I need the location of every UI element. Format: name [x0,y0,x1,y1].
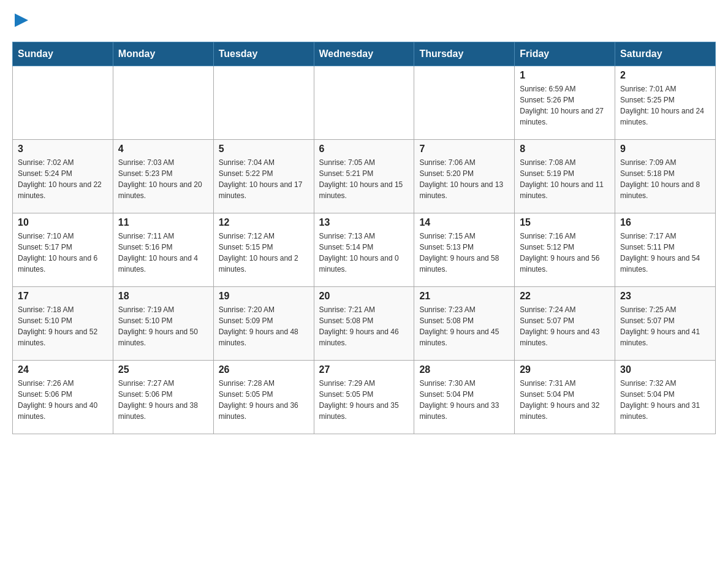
day-number: 23 [620,291,710,302]
day-info: Sunrise: 7:09 AMSunset: 5:18 PMDaylight:… [620,157,710,201]
day-number: 29 [520,364,610,375]
calendar-cell: 30Sunrise: 7:32 AMSunset: 5:04 PMDayligh… [615,361,716,434]
day-info: Sunrise: 7:11 AMSunset: 5:16 PMDaylight:… [118,231,208,275]
day-info: Sunrise: 7:21 AMSunset: 5:08 PMDaylight:… [319,304,409,348]
calendar-cell [13,66,113,140]
day-info: Sunrise: 7:27 AMSunset: 5:06 PMDaylight:… [118,378,208,422]
day-number: 9 [620,144,710,155]
day-info: Sunrise: 7:23 AMSunset: 5:08 PMDaylight:… [419,304,509,348]
weekday-header: Sunday [13,42,113,66]
day-info: Sunrise: 7:02 AMSunset: 5:24 PMDaylight:… [18,157,108,201]
logo [12,12,28,29]
day-number: 7 [419,144,509,155]
day-info: Sunrise: 6:59 AMSunset: 5:26 PMDaylight:… [520,83,610,128]
day-info: Sunrise: 7:30 AMSunset: 5:04 PMDaylight:… [419,378,509,422]
calendar-cell [414,66,515,140]
day-number: 28 [419,364,509,375]
day-info: Sunrise: 7:15 AMSunset: 5:13 PMDaylight:… [419,231,509,275]
day-number: 26 [219,364,309,375]
day-info: Sunrise: 7:31 AMSunset: 5:04 PMDaylight:… [520,378,610,422]
day-info: Sunrise: 7:19 AMSunset: 5:10 PMDaylight:… [118,304,208,348]
day-info: Sunrise: 7:13 AMSunset: 5:14 PMDaylight:… [319,231,409,275]
calendar-cell [213,66,314,140]
calendar-cell: 22Sunrise: 7:24 AMSunset: 5:07 PMDayligh… [515,287,615,361]
calendar-week-row: 1Sunrise: 6:59 AMSunset: 5:26 PMDaylight… [13,66,716,140]
calendar-cell: 29Sunrise: 7:31 AMSunset: 5:04 PMDayligh… [515,361,615,434]
day-info: Sunrise: 7:10 AMSunset: 5:17 PMDaylight:… [18,231,108,275]
day-info: Sunrise: 7:32 AMSunset: 5:04 PMDaylight:… [620,378,710,422]
calendar-cell: 4Sunrise: 7:03 AMSunset: 5:23 PMDaylight… [113,140,213,213]
calendar-cell: 28Sunrise: 7:30 AMSunset: 5:04 PMDayligh… [414,361,515,434]
calendar-cell: 24Sunrise: 7:26 AMSunset: 5:06 PMDayligh… [13,361,113,434]
page-header [12,12,716,29]
calendar-cell [314,66,414,140]
day-number: 19 [219,291,309,302]
day-number: 30 [620,364,710,375]
day-info: Sunrise: 7:12 AMSunset: 5:15 PMDaylight:… [219,231,309,275]
day-number: 11 [118,217,208,228]
calendar-cell: 11Sunrise: 7:11 AMSunset: 5:16 PMDayligh… [113,213,213,287]
calendar-cell: 8Sunrise: 7:08 AMSunset: 5:19 PMDaylight… [515,140,615,213]
calendar-week-row: 17Sunrise: 7:18 AMSunset: 5:10 PMDayligh… [13,287,716,361]
day-info: Sunrise: 7:08 AMSunset: 5:19 PMDaylight:… [520,157,610,201]
day-number: 13 [319,217,409,228]
calendar-cell: 21Sunrise: 7:23 AMSunset: 5:08 PMDayligh… [414,287,515,361]
calendar-cell: 25Sunrise: 7:27 AMSunset: 5:06 PMDayligh… [113,361,213,434]
day-number: 14 [419,217,509,228]
calendar-week-row: 10Sunrise: 7:10 AMSunset: 5:17 PMDayligh… [13,213,716,287]
day-info: Sunrise: 7:25 AMSunset: 5:07 PMDaylight:… [620,304,710,348]
calendar-cell: 19Sunrise: 7:20 AMSunset: 5:09 PMDayligh… [213,287,314,361]
day-number: 25 [118,364,208,375]
day-number: 24 [18,364,108,375]
day-info: Sunrise: 7:17 AMSunset: 5:11 PMDaylight:… [620,231,710,275]
day-number: 21 [419,291,509,302]
calendar-table: SundayMondayTuesdayWednesdayThursdayFrid… [12,42,716,434]
day-info: Sunrise: 7:05 AMSunset: 5:21 PMDaylight:… [319,157,409,201]
day-number: 4 [118,144,208,155]
calendar-cell: 16Sunrise: 7:17 AMSunset: 5:11 PMDayligh… [615,213,716,287]
day-number: 17 [18,291,108,302]
calendar-cell: 20Sunrise: 7:21 AMSunset: 5:08 PMDayligh… [314,287,414,361]
day-info: Sunrise: 7:01 AMSunset: 5:25 PMDaylight:… [620,83,710,128]
logo-arrow-icon [15,13,28,27]
day-info: Sunrise: 7:28 AMSunset: 5:05 PMDaylight:… [219,378,309,422]
calendar-cell: 17Sunrise: 7:18 AMSunset: 5:10 PMDayligh… [13,287,113,361]
day-info: Sunrise: 7:16 AMSunset: 5:12 PMDaylight:… [520,231,610,275]
calendar-cell: 2Sunrise: 7:01 AMSunset: 5:25 PMDaylight… [615,66,716,140]
day-number: 3 [18,144,108,155]
calendar-cell: 10Sunrise: 7:10 AMSunset: 5:17 PMDayligh… [13,213,113,287]
weekday-header: Friday [515,42,615,66]
calendar-cell: 6Sunrise: 7:05 AMSunset: 5:21 PMDaylight… [314,140,414,213]
day-info: Sunrise: 7:29 AMSunset: 5:05 PMDaylight:… [319,378,409,422]
day-info: Sunrise: 7:24 AMSunset: 5:07 PMDaylight:… [520,304,610,348]
day-number: 1 [520,70,610,81]
calendar-cell: 9Sunrise: 7:09 AMSunset: 5:18 PMDaylight… [615,140,716,213]
calendar-cell: 15Sunrise: 7:16 AMSunset: 5:12 PMDayligh… [515,213,615,287]
weekday-header: Saturday [615,42,716,66]
calendar-cell: 14Sunrise: 7:15 AMSunset: 5:13 PMDayligh… [414,213,515,287]
calendar-cell: 1Sunrise: 6:59 AMSunset: 5:26 PMDaylight… [515,66,615,140]
calendar-cell: 3Sunrise: 7:02 AMSunset: 5:24 PMDaylight… [13,140,113,213]
day-number: 15 [520,217,610,228]
calendar-cell: 18Sunrise: 7:19 AMSunset: 5:10 PMDayligh… [113,287,213,361]
calendar-cell: 26Sunrise: 7:28 AMSunset: 5:05 PMDayligh… [213,361,314,434]
calendar-cell: 23Sunrise: 7:25 AMSunset: 5:07 PMDayligh… [615,287,716,361]
calendar-cell: 27Sunrise: 7:29 AMSunset: 5:05 PMDayligh… [314,361,414,434]
calendar-header-row: SundayMondayTuesdayWednesdayThursdayFrid… [13,42,716,66]
calendar-week-row: 24Sunrise: 7:26 AMSunset: 5:06 PMDayligh… [13,361,716,434]
day-info: Sunrise: 7:18 AMSunset: 5:10 PMDaylight:… [18,304,108,348]
day-number: 16 [620,217,710,228]
day-number: 5 [219,144,309,155]
day-number: 12 [219,217,309,228]
day-number: 10 [18,217,108,228]
calendar-cell: 13Sunrise: 7:13 AMSunset: 5:14 PMDayligh… [314,213,414,287]
day-info: Sunrise: 7:26 AMSunset: 5:06 PMDaylight:… [18,378,108,422]
weekday-header: Thursday [414,42,515,66]
day-number: 8 [520,144,610,155]
day-number: 22 [520,291,610,302]
day-info: Sunrise: 7:06 AMSunset: 5:20 PMDaylight:… [419,157,509,201]
day-number: 18 [118,291,208,302]
weekday-header: Wednesday [314,42,414,66]
day-info: Sunrise: 7:20 AMSunset: 5:09 PMDaylight:… [219,304,309,348]
calendar-cell: 7Sunrise: 7:06 AMSunset: 5:20 PMDaylight… [414,140,515,213]
